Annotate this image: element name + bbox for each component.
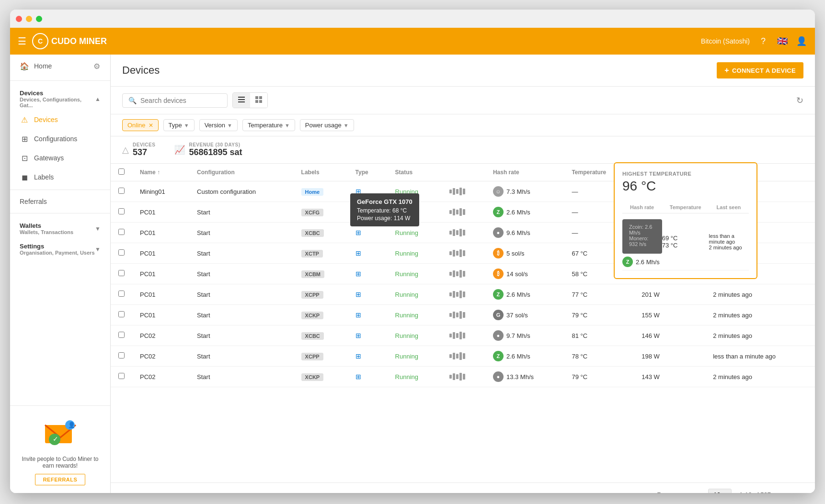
- pagination: Rows per page: 10 25 50 1-10 of 537 ‹ ›: [111, 482, 815, 493]
- sidebar-item-devices[interactable]: ⚠ Devices: [10, 110, 110, 129]
- filter-version[interactable]: Version ▼: [199, 119, 238, 131]
- wallets-group-header[interactable]: Wallets Wallets, Transactions ▼: [10, 216, 110, 237]
- select-all-checkbox[interactable]: [118, 168, 125, 175]
- row-status: Running: [388, 346, 442, 367]
- tooltip-power: Power usage: 114 W: [357, 215, 412, 222]
- hashrate-value: 13.3 Mh/s: [506, 373, 534, 381]
- sidebar: 🏠 Home ⚙ Devices Devices, Configurations…: [10, 55, 111, 493]
- filters-bar: Online ✕ Type ▼ Version ▼ Temperature ▼ …: [111, 114, 815, 136]
- activity-bars: [449, 188, 478, 195]
- windows-icon: ⊞: [355, 332, 361, 339]
- rows-per-page-label: Rows per page:: [657, 491, 700, 493]
- coin-icon: ●: [493, 371, 504, 382]
- row-type: ⊞: [348, 264, 388, 284]
- row-name: PC02: [132, 325, 189, 346]
- help-icon[interactable]: ?: [757, 35, 769, 47]
- search-input[interactable]: [140, 97, 224, 104]
- highlight-table: Hash rate Temperature Last seen Zcoin: 2…: [622, 200, 749, 270]
- row-checkbox[interactable]: [118, 291, 125, 297]
- maximize-dot[interactable]: [36, 16, 42, 22]
- row-hashrate: ₿ 14 sol/s: [485, 264, 564, 284]
- th-labels[interactable]: Labels: [294, 164, 348, 181]
- rows-per-page-select[interactable]: 10 25 50: [708, 489, 732, 493]
- referral-invite-text: Invite people to Cudo Miner to earn rewa…: [18, 456, 103, 469]
- filter-power[interactable]: Power usage ▼: [300, 119, 354, 131]
- row-temp: 77 °C: [564, 284, 634, 305]
- menu-icon[interactable]: ☰: [18, 35, 26, 47]
- row-label: XCPP: [294, 346, 348, 367]
- filter-online[interactable]: Online ✕: [122, 119, 159, 131]
- row-checkbox[interactable]: [118, 352, 125, 358]
- row-config: Start: [189, 284, 294, 305]
- th-type[interactable]: Type: [348, 164, 388, 181]
- referrals-label: Referrals: [20, 198, 47, 205]
- row-checkbox-cell: [111, 346, 132, 367]
- row-checkbox[interactable]: [118, 332, 125, 338]
- hashrate-value: 9.6 Mh/s: [506, 229, 530, 236]
- pagination-next-button[interactable]: ›: [795, 489, 803, 493]
- th-configuration[interactable]: Configuration: [189, 164, 294, 181]
- devices-group-header[interactable]: Devices Devices, Configurations, Gat... …: [10, 84, 110, 110]
- status-badge: Running: [395, 373, 418, 381]
- sidebar-item-configurations[interactable]: ⊞ Configurations: [10, 129, 110, 148]
- filter-online-remove-icon[interactable]: ✕: [149, 122, 153, 129]
- row-checkbox-cell: [111, 305, 132, 325]
- row-activity: [442, 305, 485, 325]
- row-label: XCFG: [294, 202, 348, 223]
- row-checkbox-cell: [111, 325, 132, 346]
- sidebar-item-gateways[interactable]: ⊡ Gateways: [10, 148, 110, 168]
- row-lastseen: 2 minutes ago: [705, 305, 815, 325]
- referrals-button[interactable]: REFERRALS: [35, 474, 86, 485]
- row-config: Start: [189, 223, 294, 243]
- row-checkbox[interactable]: [118, 373, 125, 379]
- row-label: XCKP: [294, 367, 348, 387]
- close-dot[interactable]: [16, 16, 22, 22]
- hashrate-value: 37 sol/s: [506, 312, 528, 319]
- ht-row-1: Zcoin: 2.6 Mh/sMonero: 932 h/s Z 2.6 Mh/…: [622, 213, 749, 270]
- refresh-icon[interactable]: ↻: [796, 95, 803, 106]
- row-checkbox[interactable]: [118, 229, 125, 235]
- hashrate-value: 2.6 Mh/s: [506, 291, 530, 298]
- svg-rect-10: [255, 100, 258, 103]
- row-label: XCKP: [294, 305, 348, 325]
- row-checkbox[interactable]: [118, 249, 125, 256]
- search-box[interactable]: 🔍: [122, 93, 228, 108]
- coin-icon: G: [493, 310, 504, 320]
- sidebar-item-labels[interactable]: ◼ Labels: [10, 168, 110, 187]
- settings-group-header[interactable]: Settings Organisation, Payment, Users ▼: [10, 237, 110, 258]
- row-checkbox[interactable]: [118, 270, 125, 276]
- row-activity: [442, 367, 485, 387]
- connect-device-button[interactable]: + CONNECT A DEVICE: [717, 62, 803, 78]
- ht-temp2: 73 °C: [662, 242, 709, 249]
- sidebar-item-referrals[interactable]: Referrals: [10, 193, 110, 210]
- row-hashrate: Z 2.6 Mh/s: [485, 202, 564, 223]
- grid-view-button[interactable]: [250, 93, 267, 108]
- window-controls: [16, 16, 42, 22]
- account-icon[interactable]: 👤: [796, 35, 807, 47]
- row-checkbox-cell: [111, 264, 132, 284]
- language-icon[interactable]: 🇬🇧: [777, 35, 788, 47]
- activity-bars: [449, 249, 478, 257]
- list-view-button[interactable]: [233, 93, 250, 108]
- main-layout: 🏠 Home ⚙ Devices Devices, Configurations…: [10, 55, 815, 493]
- highlight-card: HIGHEST TEMPERATURE 96 °C Hash rate Temp…: [614, 162, 757, 279]
- filter-type[interactable]: Type ▼: [163, 119, 195, 131]
- pagination-prev-button[interactable]: ‹: [779, 489, 787, 493]
- row-config: Start: [189, 305, 294, 325]
- row-checkbox[interactable]: [118, 208, 125, 214]
- th-name[interactable]: Name ↑: [132, 164, 189, 181]
- sidebar-item-home[interactable]: 🏠 Home: [20, 61, 52, 71]
- row-name: PC01: [132, 223, 189, 243]
- topnav-right: Bitcoin (Satoshi) ? 🇬🇧 👤: [701, 35, 807, 47]
- row-checkbox[interactable]: [118, 311, 125, 317]
- th-hashrate[interactable]: Hash rate: [485, 164, 564, 181]
- filter-temperature[interactable]: Temperature ▼: [242, 119, 295, 131]
- settings-gear-icon[interactable]: ⚙: [89, 58, 104, 74]
- row-checkbox[interactable]: [118, 188, 125, 194]
- ht-hashrate-header: Hash rate: [622, 200, 662, 213]
- row-name: PC02: [132, 346, 189, 367]
- table-row: PC01 Start XCKP ⊞ Running G 37 sol/s 79 …: [111, 305, 815, 325]
- minimize-dot[interactable]: [26, 16, 32, 22]
- wallets-group-label: Wallets: [20, 222, 73, 229]
- row-hashrate: G 37 sol/s: [485, 305, 564, 325]
